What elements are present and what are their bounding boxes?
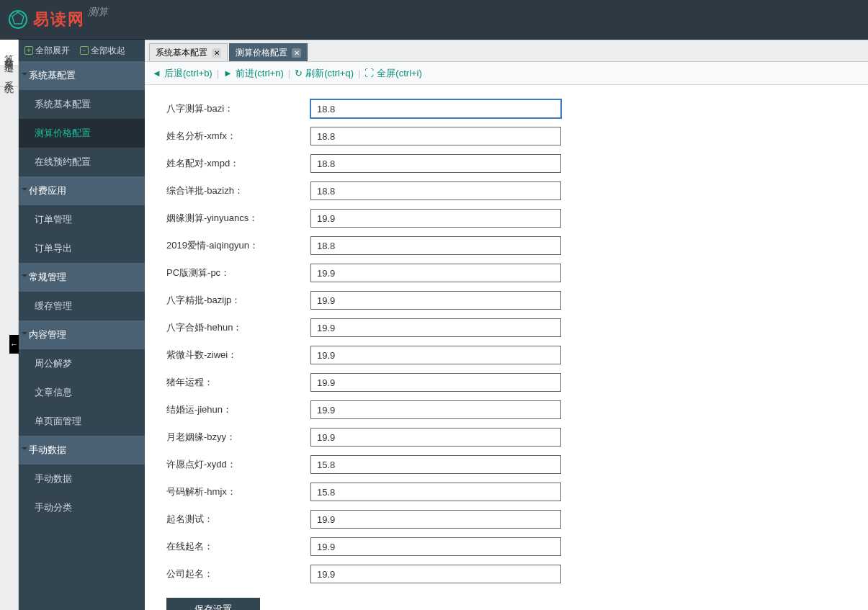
toolbar: ◄后退(ctrl+b) | ►前进(ctrl+n) | ↻刷新(ctrl+q) … [145,62,868,85]
tab-0[interactable]: 系统基本配置✕ [149,43,228,61]
minus-icon: - [80,46,89,55]
price-input-1[interactable] [310,127,561,145]
price-input-0[interactable] [310,99,561,118]
price-input-16[interactable] [310,537,561,556]
expand-all-button[interactable]: +全部展开 [24,45,70,57]
refresh-icon: ↻ [295,68,303,79]
form-row-6: PC版测算-pc： [166,264,846,282]
form-row-7: 八字精批-bazijp： [166,291,846,310]
form-label: 许愿点灯-xydd： [166,458,310,471]
main: 系统基本配置✕测算价格配置✕ ◄后退(ctrl+b) | ►前进(ctrl+n)… [145,40,868,610]
form-label: 八字测算-bazi： [166,102,310,115]
form-row-10: 猪年运程： [166,373,846,392]
nav-item-14[interactable]: 手动数据 [19,465,145,493]
nav-item-15[interactable]: 手动分类 [19,493,145,522]
form-row-1: 姓名分析-xmfx： [166,127,846,145]
form-row-16: 在线起名： [166,537,846,556]
back-label: 后退(ctrl+b) [164,67,212,80]
price-input-11[interactable] [310,400,561,419]
nav-item-6[interactable]: 订单导出 [19,234,145,263]
price-input-8[interactable] [310,318,561,337]
fullscreen-button[interactable]: ⛶全屏(ctrl+i) [364,67,421,80]
plus-icon: + [24,46,33,55]
price-input-9[interactable] [310,346,561,364]
svg-point-0 [9,11,27,28]
sidebar-top: +全部展开 -全部收起 [19,40,145,61]
collapse-all-button[interactable]: -全部收起 [80,45,125,57]
price-input-13[interactable] [310,455,561,474]
vtab-system[interactable]: 系统 [0,66,18,87]
form-label: 紫微斗数-ziwei： [166,349,310,362]
form-label: 在线起名： [166,540,310,553]
price-input-7[interactable] [310,291,561,310]
arrow-right-icon: ► [223,68,233,79]
close-icon[interactable]: ✕ [292,48,301,58]
price-input-5[interactable] [310,236,561,255]
nav-group-7[interactable]: 常规管理 [19,263,145,292]
price-input-3[interactable] [310,181,561,200]
nav-group-0[interactable]: 系统基配置 [19,61,145,90]
form-label: 姻缘测算-yinyuancs： [166,212,310,225]
nav-item-12[interactable]: 单页面管理 [19,407,145,436]
form-label: 结婚运-jiehun： [166,403,310,416]
close-icon[interactable]: ✕ [212,48,221,58]
expand-all-label: 全部展开 [35,45,70,57]
nav-group-13[interactable]: 手动数据 [19,436,145,465]
nav-item-11[interactable]: 文章信息 [19,378,145,407]
form-row-4: 姻缘测算-yinyuancs： [166,209,846,228]
tab-label: 系统基本配置 [156,47,207,59]
refresh-button[interactable]: ↻刷新(ctrl+q) [295,67,354,80]
price-input-4[interactable] [310,209,561,228]
vtab-fortune[interactable]: 算命频道 [0,40,18,66]
form-label: 公司起名： [166,568,310,580]
vertical-tabs: 算命频道 系统 [0,40,19,610]
nav-item-10[interactable]: 周公解梦 [19,349,145,378]
sidebar: ← +全部展开 -全部收起 系统基配置系统基本配置测算价格配置在线预约配置付费应… [19,40,145,610]
form-label: 八字精批-bazijp： [166,294,310,307]
form-row-17: 公司起名： [166,565,846,583]
save-button[interactable]: 保存设置 [166,598,260,610]
forward-button[interactable]: ►前进(ctrl+n) [223,67,284,80]
form-row-0: 八字测算-bazi： [166,99,846,118]
fullscreen-icon: ⛶ [364,68,374,79]
back-button[interactable]: ◄后退(ctrl+b) [152,67,212,80]
form-label: 起名测试： [166,513,310,526]
fullscreen-label: 全屏(ctrl+i) [377,67,421,80]
form-row-3: 综合详批-bazizh： [166,181,846,200]
form-row-15: 起名测试： [166,510,846,529]
brand-sub: 测算 [88,6,108,19]
tab-label: 测算价格配置 [236,47,287,59]
header: 易读网 测算 [0,0,868,40]
form-label: 月老姻缘-bzyy： [166,431,310,444]
price-input-6[interactable] [310,264,561,282]
price-input-17[interactable] [310,565,561,583]
form-row-9: 紫微斗数-ziwei： [166,346,846,364]
brand-name: 易读网 [33,9,85,30]
nav-item-2[interactable]: 测算价格配置 [19,119,145,148]
price-input-2[interactable] [310,154,561,173]
form-row-12: 月老姻缘-bzyy： [166,428,846,447]
price-input-10[interactable] [310,373,561,392]
price-input-12[interactable] [310,428,561,447]
sidebar-collapse-handle[interactable]: ← [9,335,19,354]
price-input-15[interactable] [310,510,561,529]
sidebar-nav: 系统基配置系统基本配置测算价格配置在线预约配置付费应用订单管理订单导出常规管理缓… [19,61,145,610]
arrow-left-icon: ◄ [152,68,161,79]
form-label: 2019爱情-aiqingyun： [166,239,310,252]
nav-item-5[interactable]: 订单管理 [19,205,145,234]
nav-item-1[interactable]: 系统基本配置 [19,90,145,119]
form-label: 猪年运程： [166,376,310,389]
nav-item-3[interactable]: 在线预约配置 [19,148,145,176]
nav-group-9[interactable]: 内容管理 [19,320,145,349]
nav-item-8[interactable]: 缓存管理 [19,292,145,320]
form-label: 姓名配对-xmpd： [166,157,310,170]
form-row-8: 八字合婚-hehun： [166,318,846,337]
form-label: 八字合婚-hehun： [166,321,310,334]
tabbar: 系统基本配置✕测算价格配置✕ [145,40,868,62]
price-input-14[interactable] [310,483,561,501]
form-row-2: 姓名配对-xmpd： [166,154,846,173]
form-row-5: 2019爱情-aiqingyun： [166,236,846,255]
nav-group-4[interactable]: 付费应用 [19,176,145,205]
collapse-all-label: 全部收起 [91,45,125,57]
tab-1[interactable]: 测算价格配置✕ [229,43,308,61]
